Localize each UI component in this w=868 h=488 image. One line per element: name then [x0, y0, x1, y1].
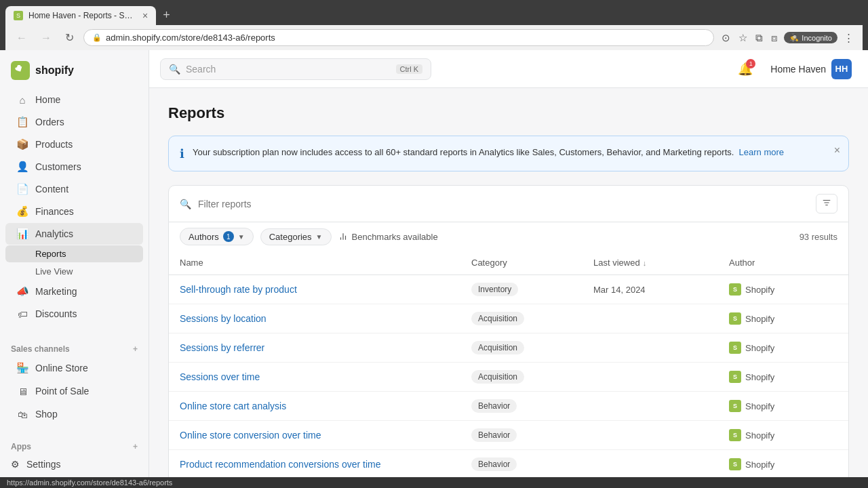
category-badge: Acquisition — [471, 312, 524, 325]
category-badge: Behavior — [471, 428, 517, 442]
sidebar-item-discounts[interactable]: 🏷 Discounts — [5, 303, 143, 325]
products-icon: 📦 — [16, 138, 28, 150]
menu-button[interactable]: ⋮ — [842, 30, 856, 46]
tab-close-button[interactable]: × — [142, 10, 148, 21]
lock-icon: 🔒 — [92, 33, 102, 42]
cast-button[interactable]: ⊙ — [719, 30, 732, 46]
notification-button[interactable]: 🔔 1 — [734, 58, 757, 81]
sidebar-item-finances[interactable]: 💰 Finances — [5, 201, 143, 222]
search-placeholder-text: Search — [186, 64, 216, 75]
author-cell: S Shopify — [729, 400, 837, 412]
author-cell: S Shopify — [729, 371, 837, 383]
sidebar-item-products[interactable]: 📦 Products — [5, 134, 143, 155]
author-name: Shopify — [745, 343, 774, 353]
sidebar-item-analytics[interactable]: 📊 Analytics — [5, 223, 143, 245]
active-tab[interactable]: S Home Haven - Reports - Shopify × — [5, 6, 156, 25]
sidebar-shop-label: Shop — [35, 409, 58, 420]
sidebar-orders-label: Orders — [35, 117, 64, 127]
sort-button[interactable] — [816, 194, 837, 214]
category-badge: Behavior — [471, 399, 517, 413]
browser-tabs: S Home Haven - Reports - Shopify × + — [5, 5, 863, 25]
learn-more-link[interactable]: Learn more — [739, 147, 784, 157]
sidebar-item-content[interactable]: 📄 Content — [5, 178, 143, 200]
authors-chip-count: 1 — [223, 231, 234, 242]
author-name: Shopify — [745, 401, 774, 411]
nav-section-main: ⌂ Home 📋 Orders 📦 Products 👤 Customers 📄… — [0, 88, 149, 325]
sidebar-item-online-store[interactable]: 🏪 Online Store — [5, 357, 143, 379]
sidebar-item-customers[interactable]: 👤 Customers — [5, 156, 143, 178]
category-badge: Behavior — [471, 458, 517, 471]
expand-icon[interactable]: + — [133, 344, 138, 354]
column-header-name[interactable]: Name — [180, 258, 471, 268]
report-name-link[interactable]: Sessions by referrer — [180, 342, 471, 353]
sidebar-online-store-label: Online Store — [35, 363, 88, 373]
address-bar[interactable]: 🔒 admin.shopify.com/store/de8143-a6/repo… — [83, 29, 714, 46]
sales-channels-label: Sales channels — [11, 344, 70, 354]
table-header: Name Category Last viewed ↓ Author — [169, 251, 848, 275]
author-cell: S Shopify — [729, 312, 837, 325]
extensions-button[interactable]: ⧉ — [753, 30, 765, 46]
refresh-button[interactable]: ↻ — [61, 30, 78, 45]
bookmark-button[interactable]: ☆ — [736, 30, 749, 46]
apps-expand-icon[interactable]: + — [133, 442, 138, 451]
authors-chip-label: Authors — [189, 232, 219, 242]
store-selector[interactable]: Home Haven HH — [765, 56, 857, 82]
filter-bar: 🔍 — [168, 185, 849, 222]
sidebar-item-live-view[interactable]: Live View — [5, 263, 143, 280]
shop-icon: 🛍 — [16, 408, 28, 420]
search-icon: 🔍 — [169, 64, 180, 75]
sidebar-marketing-label: Marketing — [35, 286, 77, 297]
author-shopify-icon: S — [729, 342, 741, 354]
banner-close-button[interactable]: × — [834, 144, 840, 157]
report-name-link[interactable]: Product recommendation conversions over … — [180, 459, 471, 470]
main-content: Reports ℹ Your subscription plan now inc… — [149, 88, 868, 477]
filter-reports-input[interactable] — [198, 199, 809, 209]
back-button[interactable]: ← — [12, 30, 31, 45]
report-name-link[interactable]: Online store cart analysis — [180, 401, 471, 411]
author-name: Shopify — [745, 460, 774, 470]
categories-chip-chevron: ▼ — [316, 233, 323, 241]
sidebar-item-shop[interactable]: 🛍 Shop — [5, 403, 143, 425]
sidebar-item-settings[interactable]: ⚙ Settings — [0, 454, 149, 474]
column-header-last-viewed[interactable]: Last viewed ↓ — [593, 258, 729, 268]
sidebar-analytics-label: Analytics — [35, 228, 73, 239]
categories-filter-chip[interactable]: Categories ▼ — [260, 228, 332, 245]
banner-text: Your subscription plan now includes acce… — [193, 146, 784, 159]
report-name-link[interactable]: Online store conversion over time — [180, 430, 471, 441]
sidebar-item-reports[interactable]: Reports — [5, 245, 143, 262]
sidebar-content-label: Content — [35, 184, 68, 195]
forward-button[interactable]: → — [37, 30, 56, 45]
report-name-link[interactable]: Sessions by location — [180, 313, 471, 324]
status-bar: https://admin.shopify.com/store/de8143-a… — [0, 477, 868, 488]
sidebar-item-orders[interactable]: 📋 Orders — [5, 111, 143, 133]
notification-badge: 1 — [746, 59, 755, 68]
split-view-button[interactable]: ⧈ — [769, 30, 780, 46]
new-tab-button[interactable]: + — [157, 5, 176, 25]
table-row: Online store cart analysis Behavior S Sh… — [169, 392, 848, 421]
store-avatar: HH — [831, 59, 852, 79]
table-row: Product recommendation conversions over … — [169, 450, 848, 477]
sidebar-item-home[interactable]: ⌂ Home — [5, 89, 143, 110]
sidebar-item-point-of-sale[interactable]: 🖥 Point of Sale — [5, 380, 143, 402]
online-store-icon: 🏪 — [16, 362, 28, 374]
search-shortcut: Ctrl K — [396, 64, 423, 74]
report-name-link[interactable]: Sell-through rate by product — [180, 284, 471, 295]
tab-title: Home Haven - Reports - Shopify — [28, 11, 137, 20]
authors-filter-chip[interactable]: Authors 1 ▼ — [180, 228, 254, 245]
last-viewed-date: Mar 14, 2024 — [593, 285, 729, 295]
incognito-icon: 🕵 — [789, 33, 799, 42]
benchmarks-link[interactable]: Benchmarks available — [338, 232, 438, 242]
author-shopify-icon: S — [729, 429, 741, 441]
report-name-link[interactable]: Sessions over time — [180, 371, 471, 382]
shopify-logo[interactable]: shopify — [0, 56, 149, 88]
category-badge: Acquisition — [471, 341, 524, 354]
marketing-icon: 📣 — [16, 285, 28, 298]
filter-chips-bar: Authors 1 ▼ Categories ▼ Benchmarks avai… — [168, 222, 849, 251]
header-search[interactable]: 🔍 Search Ctrl K — [160, 58, 431, 80]
column-header-category[interactable]: Category — [471, 258, 593, 268]
author-shopify-icon: S — [729, 283, 741, 296]
sidebar-item-marketing[interactable]: 📣 Marketing — [5, 281, 143, 302]
column-header-author[interactable]: Author — [729, 258, 837, 268]
author-shopify-icon: S — [729, 371, 741, 383]
home-icon: ⌂ — [16, 94, 28, 106]
